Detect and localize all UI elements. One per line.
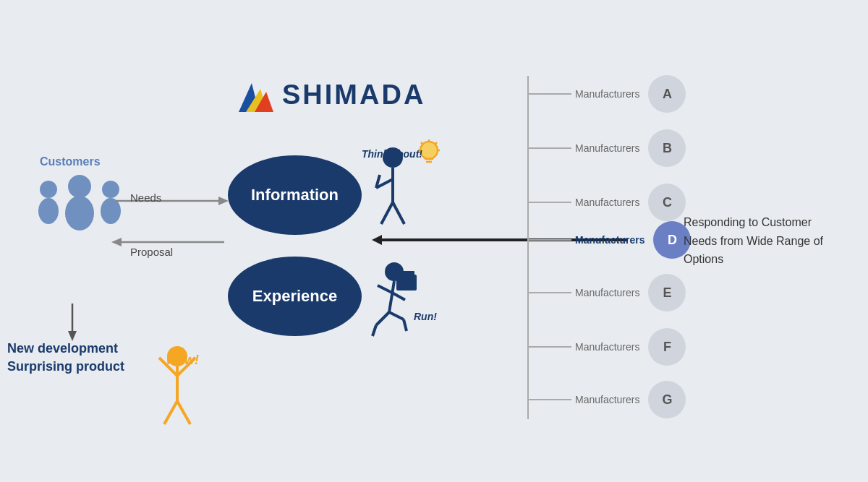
svg-line-35 — [376, 312, 389, 325]
svg-rect-39 — [396, 275, 417, 291]
new-development-text: New development Surprising product — [7, 340, 124, 376]
svg-point-23 — [420, 142, 438, 159]
svg-point-4 — [38, 198, 59, 224]
svg-marker-16 — [372, 235, 382, 245]
svg-line-38 — [404, 319, 407, 331]
svg-point-3 — [40, 181, 57, 198]
manufacturer-circle-g: G — [648, 381, 686, 418]
think-label: Think about! — [362, 148, 422, 160]
svg-point-31 — [385, 262, 404, 281]
logo-text: SHIMADA — [282, 79, 425, 111]
manufacturer-label-c: Manufacturers — [575, 197, 639, 208]
run-label: Run! — [414, 311, 437, 322]
information-ellipse: Information — [228, 155, 362, 235]
svg-line-34 — [392, 293, 405, 300]
proposal-label: Proposal — [130, 246, 173, 258]
main-container: SHIMADA Customers Needs Proposal Informa… — [0, 0, 868, 482]
experience-text: Experience — [252, 287, 337, 306]
manufacturer-row-b: Manufacturers B — [575, 129, 686, 167]
manufacturer-label-a: Manufacturers — [575, 88, 639, 100]
manufacturer-circle-a: A — [648, 75, 686, 113]
customers-label: Customers — [40, 155, 101, 168]
svg-line-45 — [164, 401, 177, 424]
manufacturer-row-d: Manufacturers D — [575, 221, 691, 259]
manufacturer-label-e: Manufacturers — [575, 287, 639, 298]
svg-line-29 — [421, 142, 422, 144]
svg-line-46 — [177, 401, 190, 424]
manufacturer-label-f: Manufacturers — [575, 341, 639, 353]
wow-text: wow! — [166, 353, 199, 368]
svg-point-6 — [101, 198, 121, 224]
svg-line-36 — [389, 312, 404, 319]
manufacturer-circle-e: E — [648, 274, 686, 311]
manufacturer-circle-b: B — [648, 129, 686, 167]
manufacturer-row-e: Manufacturers E — [575, 274, 686, 311]
svg-point-7 — [68, 175, 91, 198]
svg-line-32 — [389, 281, 394, 312]
svg-rect-40 — [399, 271, 414, 277]
logo-area: SHIMADA — [239, 79, 425, 111]
svg-line-20 — [376, 175, 380, 188]
svg-point-8 — [65, 196, 94, 231]
svg-line-33 — [378, 285, 392, 293]
manufacturer-row-c: Manufacturers C — [575, 184, 686, 221]
svg-point-5 — [102, 181, 119, 198]
manufacturer-circle-c: C — [648, 184, 686, 221]
manufacturer-label-d: Manufacturers — [575, 234, 644, 246]
manufacturer-row-f: Manufacturers F — [575, 328, 686, 366]
manufacturer-label-b: Manufacturers — [575, 142, 639, 154]
needs-label: Needs — [130, 191, 161, 204]
experience-ellipse: Experience — [228, 257, 362, 336]
svg-line-37 — [373, 325, 376, 336]
svg-marker-12 — [218, 197, 229, 205]
svg-line-22 — [393, 202, 404, 224]
manufacturer-label-g: Manufacturers — [575, 394, 639, 405]
svg-line-21 — [381, 202, 393, 224]
information-text: Information — [251, 186, 339, 205]
svg-marker-14 — [111, 238, 122, 246]
svg-line-19 — [376, 179, 393, 188]
svg-line-30 — [435, 142, 437, 144]
responding-text: Responding to Customer Needs from Wide R… — [684, 213, 843, 269]
manufacturer-circle-f: F — [648, 328, 686, 366]
manufacturer-row-a: Manufacturers A — [575, 75, 686, 113]
manufacturer-row-g: Manufacturers G — [575, 381, 686, 418]
